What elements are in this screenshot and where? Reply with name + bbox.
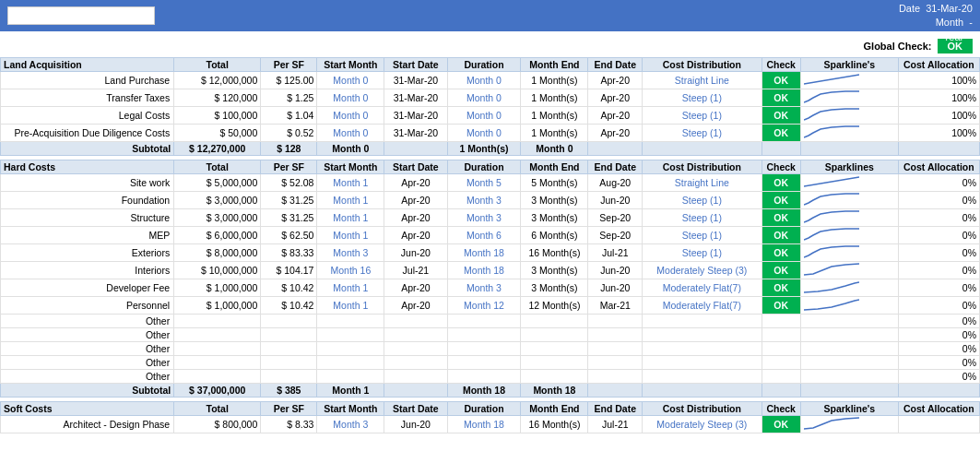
cost-alloc-cell: 0% [898, 328, 979, 342]
table-row: Transfer Taxes$ 120,000$ 1.25Month 031-M… [1, 89, 980, 107]
row-startdate: Apr-20 [384, 227, 447, 244]
row-persf [261, 342, 317, 356]
row-name: Structure [1, 209, 174, 227]
land-col-sparkline: Sparkline's [800, 58, 898, 72]
row-name: Architect - Design Phase [1, 416, 174, 433]
row-costdist: Steep (1) [643, 244, 762, 262]
table-row: Legal Costs$ 100,000$ 1.04Month 031-Mar-… [1, 107, 980, 125]
row-total: $ 8,000,000 [174, 244, 261, 262]
check-cell [762, 342, 800, 356]
hard-col-monthend: Month End [521, 160, 588, 174]
hard-section-title: Hard Costs [1, 160, 174, 174]
sparkline-cell [800, 125, 898, 142]
row-costdist: Moderately Flat(7) [643, 297, 762, 315]
row-costdist: Straight Line [643, 72, 762, 89]
row-startmonth: Month 0 [317, 72, 384, 89]
land-col-check: Check [762, 58, 800, 72]
table-row: Other0% [1, 328, 980, 342]
row-total: $ 3,000,000 [174, 192, 261, 209]
subtotal-cell [800, 384, 898, 398]
sparkline-cell [800, 174, 898, 192]
sparkline-cell [800, 72, 898, 89]
check-cell: OK [762, 174, 800, 192]
header-bar: Date 31-Mar-20 Month - Year - [0, 0, 980, 31]
table-row: Site work$ 5,000,000$ 52.08Month 1Apr-20… [1, 174, 980, 192]
check-cell: OK [762, 227, 800, 244]
row-persf: $ 83.33 [261, 244, 317, 262]
row-costdist: Steep (1) [643, 227, 762, 244]
land-col-costdist: Cost Distribution [643, 58, 762, 72]
row-startmonth: Month 1 [317, 192, 384, 209]
row-enddate: Aug-20 [588, 174, 643, 192]
check-cell [762, 328, 800, 342]
row-startdate [384, 342, 447, 356]
land-col-monthend: Month End [521, 58, 588, 72]
row-name: Land Purchase [1, 72, 174, 89]
soft-section-title: Soft Costs [1, 402, 174, 416]
row-persf [261, 356, 317, 370]
row-enddate: Jul-21 [588, 244, 643, 262]
sparkline-cell [800, 262, 898, 279]
row-enddate [588, 315, 643, 328]
row-startdate: Apr-20 [384, 297, 447, 315]
soft-col-startdate: Start Date [384, 402, 447, 416]
row-duration: Month 0 [447, 107, 521, 125]
row-total: $ 12,000,000 [174, 72, 261, 89]
sparkline-cell [800, 315, 898, 328]
row-total: $ 1,000,000 [174, 297, 261, 315]
check-cell: OK [762, 279, 800, 297]
row-costdist: Steep (1) [643, 192, 762, 209]
row-duration: Month 18 [447, 416, 521, 433]
row-costdist [643, 356, 762, 370]
sparkline-cell [800, 342, 898, 356]
row-startdate: 31-Mar-20 [384, 72, 447, 89]
row-name: Developer Fee [1, 279, 174, 297]
row-monthend: 12 Month(s) [521, 297, 588, 315]
soft-col-duration: Duration [447, 402, 521, 416]
row-monthend: 3 Month(s) [521, 262, 588, 279]
row-persf: $ 1.25 [261, 89, 317, 107]
table-row: Land Purchase$ 12,000,000$ 125.00Month 0… [1, 72, 980, 89]
row-enddate: Apr-20 [588, 125, 643, 142]
row-monthend [521, 370, 588, 384]
row-name: MEP [1, 227, 174, 244]
check-cell: OK [762, 107, 800, 125]
row-total [174, 342, 261, 356]
row-costdist [643, 370, 762, 384]
row-costdist: Moderately Steep (3) [643, 262, 762, 279]
row-duration: Month 12 [447, 297, 521, 315]
sparkline-cell [800, 192, 898, 209]
subtotal-cell [588, 142, 643, 156]
row-total: $ 6,000,000 [174, 227, 261, 244]
row-duration [447, 315, 521, 328]
soft-table: Soft Costs Total Per SF Start Month Star… [0, 401, 980, 433]
table-row: Other0% [1, 370, 980, 384]
cost-alloc-cell: 0% [898, 370, 979, 384]
subtotal-cell: Subtotal [1, 384, 174, 398]
row-persf: $ 125.00 [261, 72, 317, 89]
row-name: Other [1, 356, 174, 370]
row-enddate: Jun-20 [588, 192, 643, 209]
hard-col-enddate: End Date [588, 160, 643, 174]
cost-alloc-cell [898, 416, 979, 433]
row-total: $ 100,000 [174, 107, 261, 125]
row-persf: $ 104.17 [261, 262, 317, 279]
row-persf: $ 31.25 [261, 192, 317, 209]
subtotal-cell: $ 385 [261, 384, 317, 398]
check-cell: OK [762, 89, 800, 107]
header-input[interactable] [7, 6, 155, 25]
cost-alloc-cell: 0% [898, 174, 979, 192]
soft-col-costdist: Cost Distribution [643, 402, 762, 416]
row-total: $ 50,000 [174, 125, 261, 142]
land-header-row: Land Acquisition Total Per SF Start Mont… [1, 58, 980, 72]
row-startdate [384, 315, 447, 328]
cost-alloc-cell: 0% [898, 262, 979, 279]
subtotal-cell [762, 384, 800, 398]
row-name: Foundation [1, 192, 174, 209]
row-monthend: 3 Month(s) [521, 209, 588, 227]
soft-header-row: Soft Costs Total Per SF Start Month Star… [1, 402, 980, 416]
row-name: Interiors [1, 262, 174, 279]
row-name: Legal Costs [1, 107, 174, 125]
land-col-startdate: Start Date [384, 58, 447, 72]
subtotal-row: Subtotal$ 37,000,000$ 385Month 1Month 18… [1, 384, 980, 398]
